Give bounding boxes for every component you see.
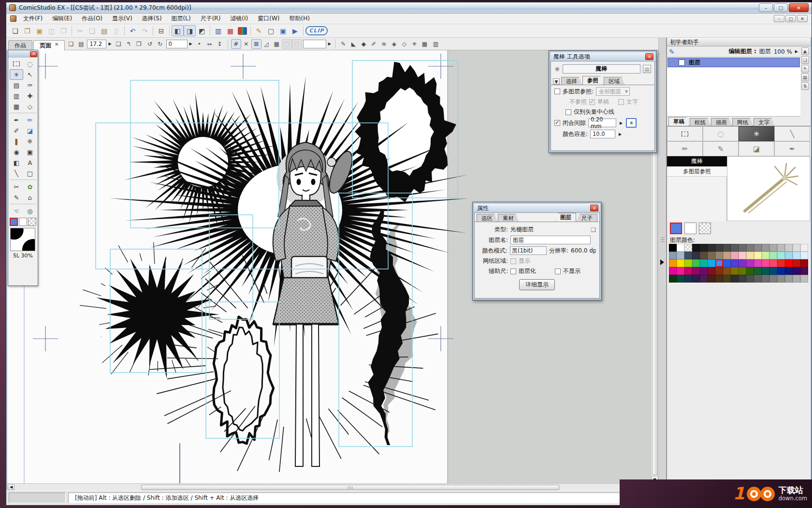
palette-color[interactable] — [739, 259, 746, 267]
palette-color[interactable] — [692, 267, 700, 275]
palette-color[interactable] — [769, 244, 777, 252]
angle-spin-icon[interactable]: ▶ — [188, 42, 193, 46]
palette-color[interactable] — [708, 267, 715, 275]
prev-page-icon[interactable]: ❏ — [114, 39, 124, 49]
new-layer-icon[interactable]: ❏ — [801, 56, 809, 64]
mdi-minimize-button[interactable]: – — [774, 15, 784, 22]
assistant-tab-1[interactable]: 框线 — [690, 118, 710, 126]
splitter-grip[interactable] — [661, 238, 665, 242]
transparent-swatch[interactable] — [28, 218, 36, 226]
vector-center-checkbox[interactable] — [566, 109, 571, 115]
paste-icon[interactable]: ▤ — [98, 25, 110, 36]
ink-tool[interactable]: ◉ — [10, 147, 23, 157]
panel-splitter[interactable] — [658, 38, 667, 490]
pattern-brush-tool[interactable]: ❈ — [23, 136, 37, 147]
palette-color[interactable] — [785, 267, 793, 275]
reset-view-icon[interactable]: • — [194, 39, 204, 49]
menu-item-6[interactable]: 尺子(R) — [196, 14, 226, 24]
palette-color[interactable] — [723, 259, 731, 267]
magic-wand-tool[interactable]: ✳ — [10, 69, 23, 80]
palette-color[interactable] — [777, 244, 785, 252]
palette-color[interactable] — [800, 259, 808, 267]
marquee-tool[interactable] — [667, 126, 703, 141]
palette-color[interactable] — [739, 275, 746, 283]
palette-color[interactable] — [715, 275, 723, 283]
triangle-ruler-icon[interactable]: ◣ — [348, 39, 359, 49]
cut-icon[interactable]: ✂ — [74, 25, 86, 36]
pencil-tool[interactable]: ✏ — [23, 115, 37, 125]
snap-cells-icon[interactable]: ▦ — [272, 39, 282, 49]
redo-icon[interactable]: ↷ — [139, 25, 151, 36]
white-swatch[interactable] — [19, 218, 27, 226]
close-gap-field[interactable]: 0.20 mm — [588, 119, 616, 127]
page-list-icon[interactable]: ▤ — [76, 39, 86, 49]
new-page-icon[interactable]: ❏ — [9, 25, 21, 36]
palette-color[interactable] — [708, 252, 715, 259]
window-both-icon[interactable]: ◩ — [196, 25, 208, 36]
marker-tool[interactable]: ✐ — [10, 125, 23, 136]
menu-item-0[interactable]: 文件(F) — [18, 14, 47, 24]
marquee-tool[interactable] — [10, 59, 23, 69]
layers-window-icon[interactable]: ▥ — [212, 25, 224, 36]
new-story-icon[interactable]: ❐ — [21, 25, 33, 36]
edit-layer-opacity[interactable]: 100 % — [774, 48, 792, 55]
palette-color[interactable] — [800, 244, 808, 252]
path-cut-tool[interactable]: ✂ — [10, 181, 23, 192]
next-page-icon[interactable]: ❐ — [134, 39, 144, 49]
object-tool-tool[interactable]: ◇ — [23, 101, 37, 112]
tone-preview[interactable] — [10, 228, 35, 251]
edit-layer-icon[interactable]: ✎ — [801, 65, 809, 73]
text-tool[interactable]: A — [23, 157, 37, 168]
assistant-tab-3[interactable]: 网纸 — [732, 118, 753, 126]
eraser-tool[interactable]: ◪ — [739, 141, 774, 156]
mdi-restore-button[interactable]: □ — [785, 15, 796, 22]
layerize-checkbox[interactable] — [510, 269, 516, 274]
palette-color[interactable] — [700, 252, 708, 259]
palette-color[interactable] — [777, 267, 785, 275]
close-gap-spin-icon[interactable]: ▶ — [619, 121, 624, 125]
palette-color[interactable] — [692, 275, 700, 283]
palette-color[interactable] — [715, 244, 723, 252]
palette-color[interactable] — [739, 252, 746, 259]
opacity-spin-icon[interactable]: ▶ — [795, 49, 798, 54]
palette-color[interactable] — [785, 259, 793, 267]
palette-color[interactable] — [777, 252, 785, 259]
assistant-tab-0[interactable]: 草稿 — [668, 117, 689, 126]
assistant-tab-2[interactable]: 描画 — [711, 118, 732, 126]
close-properties-dialog-icon[interactable]: ✕ — [590, 205, 598, 211]
reorder-layer-icon[interactable]: ⇅ — [801, 82, 809, 90]
rotate-ccw-icon[interactable]: ↺ — [145, 39, 155, 49]
menu-item-9[interactable]: 帮助(H) — [285, 14, 315, 24]
palette-color[interactable] — [669, 275, 677, 283]
palette-color[interactable] — [708, 275, 715, 283]
zoom-value-field[interactable]: 17.2 — [87, 40, 106, 48]
assistant-tab-4[interactable]: 文字 — [754, 118, 774, 126]
snap-opt2-icon[interactable]: ▢ — [292, 39, 302, 49]
palette-color[interactable] — [700, 275, 708, 283]
gap-fill-icon[interactable]: ✳ — [626, 118, 637, 128]
maximize-button[interactable]: □ — [774, 3, 788, 12]
tab-page[interactable]: 页面 ✕ — [33, 40, 65, 50]
ruler-select-field[interactable] — [303, 40, 326, 48]
print-icon[interactable]: ⊟ — [155, 25, 167, 36]
color-mode-field[interactable]: 黑(1bit) — [510, 246, 547, 255]
layer-select-tool[interactable]: ▤ — [10, 80, 23, 90]
menu-item-5[interactable]: 图层(L) — [167, 14, 196, 24]
palette-color[interactable] — [715, 267, 723, 275]
menu-item-1[interactable]: 编辑(E) — [47, 14, 77, 24]
layer-visibility-checkbox[interactable] — [679, 60, 685, 66]
ruler-pen-tool[interactable]: ✎ — [10, 192, 23, 203]
zoom-tool[interactable]: ◎ — [23, 206, 37, 216]
frame-tool-tool[interactable]: ▦ — [10, 101, 23, 112]
layer-row[interactable]: 图层 — [667, 58, 800, 67]
snap-angle-icon[interactable]: ◿ — [261, 39, 272, 49]
line-tool[interactable]: ╲ — [774, 126, 810, 141]
palette-color[interactable] — [762, 259, 769, 267]
magic-wand-dialog-titlebar[interactable]: 魔棒 工具选项 ✕ — [551, 52, 655, 61]
palette-color[interactable] — [800, 252, 808, 259]
palette-color[interactable] — [731, 252, 739, 259]
menu-item-7[interactable]: 滤镜(I) — [225, 14, 253, 24]
wave-ruler-icon[interactable]: ≋ — [379, 39, 389, 49]
draft-checkbox[interactable] — [589, 99, 595, 105]
save-icon[interactable]: ◫ — [45, 25, 58, 36]
